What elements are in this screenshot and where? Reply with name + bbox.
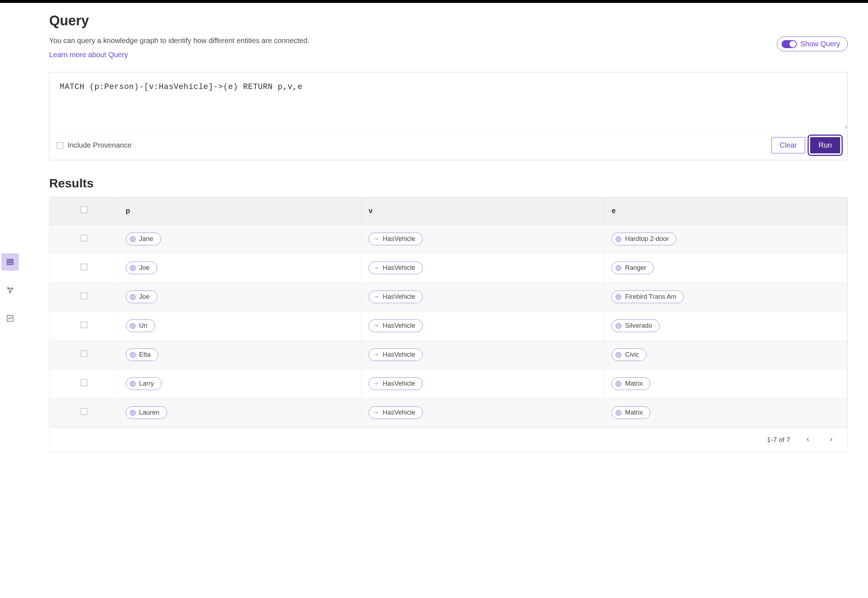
table-row[interactable]: Joe→HasVehicleRanger <box>49 254 847 283</box>
cell-v: →HasVehicle <box>361 398 604 427</box>
svg-rect-0 <box>7 259 13 265</box>
entity-pill[interactable]: Matrix <box>612 377 650 390</box>
relationship-pill[interactable]: →HasVehicle <box>369 406 423 419</box>
row-select[interactable] <box>49 369 118 398</box>
entity-pill[interactable]: Joe <box>126 262 157 274</box>
page-title: Query <box>49 13 848 28</box>
row-select[interactable] <box>49 225 118 254</box>
pagination-status: 1-7 of 7 <box>767 436 790 444</box>
entity-pill[interactable]: Silverado <box>612 320 660 332</box>
column-header-v[interactable]: v <box>361 197 604 225</box>
arrow-right-icon: → <box>372 264 379 272</box>
column-header-p[interactable]: p <box>118 197 361 225</box>
relationship-pill[interactable]: →HasVehicle <box>369 262 423 274</box>
cell-e: Matrix <box>604 369 847 398</box>
view-mode-rail <box>0 3 20 467</box>
node-icon <box>616 352 621 358</box>
query-editor: Include Provenance Clear Run <box>49 72 848 160</box>
entity-label: Firebird Trans Am <box>625 293 676 300</box>
select-all-header[interactable] <box>49 197 118 225</box>
relationship-label: HasVehicle <box>382 293 415 300</box>
entity-pill[interactable]: Etta <box>126 348 158 361</box>
run-button[interactable]: Run <box>810 137 840 153</box>
cell-p: Uri <box>118 311 361 341</box>
table-row[interactable]: Larry→HasVehicleMatrix <box>49 369 847 398</box>
relationship-label: HasVehicle <box>382 351 415 359</box>
graph-view-button[interactable] <box>1 281 19 299</box>
svg-line-8 <box>9 289 10 292</box>
row-select[interactable] <box>49 398 118 427</box>
arrow-right-icon: → <box>372 235 379 243</box>
table-row[interactable]: Jane→HasVehicleHardtop 2-door <box>49 225 847 254</box>
chevron-left-icon <box>805 437 810 442</box>
entity-label: Ranger <box>625 264 646 272</box>
include-provenance-checkbox[interactable]: Include Provenance <box>57 141 131 150</box>
entity-pill[interactable]: Jane <box>126 233 161 245</box>
cell-p: Joe <box>118 254 361 283</box>
entity-pill[interactable]: Firebird Trans Am <box>612 290 684 303</box>
entity-pill[interactable]: Hardtop 2-door <box>612 233 676 245</box>
cell-p: Joe <box>118 283 361 311</box>
results-heading: Results <box>49 176 848 190</box>
entity-pill[interactable]: Lauren <box>126 406 167 419</box>
entity-label: Hardtop 2-door <box>625 235 669 243</box>
row-select[interactable] <box>49 341 118 369</box>
checkbox-icon <box>81 235 87 241</box>
show-query-toggle[interactable]: Show Query <box>777 37 848 51</box>
svg-point-7 <box>9 291 11 293</box>
table-row[interactable]: Lauren→HasVehicleMatrix <box>49 398 847 427</box>
pagination-bar: 1-7 of 7 <box>49 427 847 452</box>
learn-more-link[interactable]: Learn more about Query <box>49 51 128 58</box>
cell-v: →HasVehicle <box>361 341 604 369</box>
graph-view-icon <box>6 286 14 294</box>
entity-pill[interactable]: Civic <box>612 348 647 361</box>
chart-view-button[interactable] <box>1 309 19 327</box>
next-page-button[interactable] <box>826 434 837 446</box>
entity-pill[interactable]: Ranger <box>612 262 654 274</box>
prev-page-button[interactable] <box>802 434 813 446</box>
entity-label: Joe <box>139 264 150 272</box>
table-row[interactable]: Joe→HasVehicleFirebird Trans Am <box>49 283 847 311</box>
chevron-right-icon <box>829 437 834 442</box>
node-icon <box>130 265 136 271</box>
toggle-switch-icon <box>781 40 797 48</box>
node-icon <box>616 410 621 416</box>
node-icon <box>616 323 621 329</box>
table-row[interactable]: Etta→HasVehicleCivic <box>49 341 847 369</box>
entity-pill[interactable]: Matrix <box>612 406 650 419</box>
arrow-right-icon: → <box>372 380 379 387</box>
relationship-pill[interactable]: →HasVehicle <box>369 320 423 332</box>
table-row[interactable]: Uri→HasVehicleSilverado <box>49 311 847 341</box>
entity-pill[interactable]: Larry <box>126 377 162 390</box>
arrow-right-icon: → <box>372 293 379 300</box>
clear-button[interactable]: Clear <box>771 137 805 153</box>
node-icon <box>616 236 621 242</box>
row-select[interactable] <box>49 254 118 283</box>
relationship-pill[interactable]: →HasVehicle <box>369 348 423 361</box>
relationship-label: HasVehicle <box>382 264 415 272</box>
table-view-button[interactable] <box>1 253 19 271</box>
entity-label: Joe <box>139 293 150 300</box>
entity-pill[interactable]: Uri <box>126 320 155 332</box>
checkbox-icon <box>81 321 87 328</box>
entity-label: Uri <box>139 322 148 330</box>
cell-v: →HasVehicle <box>361 225 604 254</box>
row-select[interactable] <box>49 283 118 311</box>
cell-e: Ranger <box>604 254 847 283</box>
entity-label: Silverado <box>625 322 652 330</box>
relationship-pill[interactable]: →HasVehicle <box>369 377 423 390</box>
arrow-right-icon: → <box>372 409 379 416</box>
cell-p: Jane <box>118 225 361 254</box>
checkbox-icon <box>81 351 87 357</box>
entity-pill[interactable]: Joe <box>126 290 157 303</box>
checkbox-icon <box>81 293 87 299</box>
node-icon <box>130 323 136 329</box>
row-select[interactable] <box>49 311 118 341</box>
query-input[interactable] <box>49 72 847 129</box>
column-header-e[interactable]: e <box>604 197 847 225</box>
relationship-pill[interactable]: →HasVehicle <box>369 233 423 245</box>
relationship-pill[interactable]: →HasVehicle <box>369 290 423 303</box>
cell-v: →HasVehicle <box>361 311 604 341</box>
results-table: p v e Jane→HasVehicleHardtop 2-doorJoe→H… <box>49 197 847 427</box>
entity-label: Civic <box>625 351 639 359</box>
